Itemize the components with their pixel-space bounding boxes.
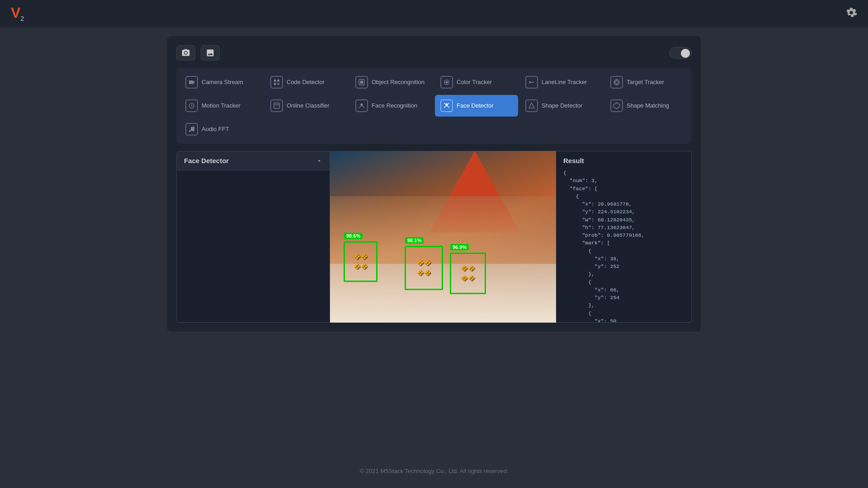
- audio-fft-label: Audio FFT: [202, 126, 229, 133]
- nav-item-code-detector[interactable]: Code Detector: [265, 71, 348, 93]
- audio-fft-icon: [185, 123, 198, 136]
- svg-marker-15: [529, 103, 534, 108]
- online-classifier-label: Online Classifier: [287, 102, 330, 109]
- nav-item-audio-fft[interactable]: Audio FFT: [180, 118, 263, 140]
- laneline-tracker-label: LaneLine Tracker: [542, 79, 587, 86]
- svg-point-5: [615, 81, 618, 84]
- nav-item-object-recognition[interactable]: Object Recongnition: [350, 71, 433, 93]
- settings-icon[interactable]: [845, 7, 857, 20]
- face-recognition-icon: [355, 99, 368, 112]
- camera-stream-label: Camera Stream: [202, 79, 243, 86]
- face-detector-icon: [440, 99, 453, 112]
- color-tracker-icon: [440, 76, 453, 89]
- online-classifier-icon: [270, 99, 283, 112]
- panel-title: Face Detector: [184, 157, 229, 164]
- svg-rect-1: [360, 81, 363, 84]
- color-tracker-label: Color Tracker: [457, 79, 492, 86]
- nav-item-face-recognition[interactable]: Face Recognition: [350, 95, 433, 117]
- object-recognition-label: Object Recongnition: [372, 79, 425, 86]
- face-recognition-label: Face Recognition: [372, 102, 417, 109]
- main-container: Camera Stream Code Detector Object Recon…: [167, 36, 701, 332]
- face-detector-label: Face Detector: [457, 102, 494, 109]
- target-tracker-label: Target Tracker: [627, 79, 664, 86]
- face-label-2: 98.1%: [405, 237, 424, 244]
- camera-stream-icon: [185, 76, 198, 89]
- svg-point-13: [360, 103, 363, 106]
- shape-matching-label: Shape Matching: [627, 102, 669, 109]
- svg-point-14: [445, 103, 448, 106]
- object-recognition-icon: [355, 76, 368, 89]
- svg-marker-16: [613, 103, 619, 108]
- target-tracker-icon: [610, 76, 623, 89]
- nav-item-shape-matching[interactable]: Shape Matching: [605, 95, 688, 117]
- svg-point-17: [189, 130, 191, 132]
- face-diamond-1: ❖❖❖❖: [354, 252, 368, 272]
- toolbar: [176, 45, 692, 61]
- nav-item-face-detector[interactable]: Face Detector: [435, 95, 518, 117]
- shape-detector-label: Shape Detector: [542, 102, 582, 109]
- result-json: { "num": 3, "face": [ { "x": 20.9681778,…: [563, 169, 684, 323]
- image-button[interactable]: [201, 45, 220, 61]
- face-box-3: 96.9% ❖❖❖❖: [450, 253, 486, 294]
- code-detector-label: Code Detector: [287, 79, 325, 86]
- nav-grid: Camera Stream Code Detector Object Recon…: [176, 68, 692, 144]
- topbar: V2: [0, 0, 868, 27]
- nav-item-camera-stream[interactable]: Camera Stream: [180, 71, 263, 93]
- panel-header: Face Detector: [177, 151, 330, 170]
- shape-detector-icon: [525, 99, 538, 112]
- copyright-text: © 2021 M5Stack Technology Co., Ltd. All …: [360, 468, 509, 474]
- face-diamond-3: ❖❖❖❖: [461, 263, 475, 283]
- nav-item-shape-detector[interactable]: Shape Detector: [520, 95, 603, 117]
- motion-tracker-label: Motion Tracker: [202, 102, 241, 109]
- nav-item-color-tracker[interactable]: Color Tracker: [435, 71, 518, 93]
- dropdown-icon: [316, 158, 322, 164]
- logo-icon: V2: [11, 5, 24, 22]
- face-box-2: 98.1% ❖❖❖❖: [405, 246, 443, 290]
- face-diamond-2: ❖❖❖❖: [417, 258, 431, 278]
- svg-point-3: [445, 81, 448, 83]
- svg-rect-11: [274, 103, 279, 108]
- result-panel: Result { "num": 3, "face": [ { "x": 20.9…: [556, 151, 692, 323]
- nav-item-target-tracker[interactable]: Target Tracker: [605, 71, 688, 93]
- left-panel: Face Detector: [176, 151, 330, 323]
- footer: © 2021 M5Stack Technology Co., Ltd. All …: [0, 468, 868, 474]
- face-label-1: 98.6%: [344, 233, 363, 239]
- face-box-1: 98.6% ❖❖❖❖: [344, 241, 377, 282]
- shape-matching-icon: [610, 99, 623, 112]
- nav-item-online-classifier[interactable]: Online Classifier: [265, 95, 348, 117]
- camera-button[interactable]: [176, 45, 195, 61]
- toolbar-left: [176, 45, 220, 61]
- laneline-tracker-icon: [525, 76, 538, 89]
- result-title: Result: [563, 157, 684, 164]
- toggle-button[interactable]: [669, 47, 692, 59]
- logo: V2: [11, 5, 24, 22]
- svg-point-18: [193, 130, 194, 131]
- face-label-3: 96.9%: [450, 244, 469, 250]
- camera-feed: 98.6% ❖❖❖❖ 98.1% ❖❖❖❖ 96.9% ❖❖❖❖: [330, 151, 556, 323]
- nav-item-laneline-tracker[interactable]: LaneLine Tracker: [520, 71, 603, 93]
- content-area: Face Detector 98.6% ❖❖❖❖ 98.1%: [176, 151, 692, 323]
- code-detector-icon: [270, 76, 283, 89]
- nav-item-motion-tracker[interactable]: Motion Tracker: [180, 95, 263, 117]
- motion-tracker-icon: [185, 99, 198, 112]
- camera-background: 98.6% ❖❖❖❖ 98.1% ❖❖❖❖ 96.9% ❖❖❖❖: [330, 151, 556, 323]
